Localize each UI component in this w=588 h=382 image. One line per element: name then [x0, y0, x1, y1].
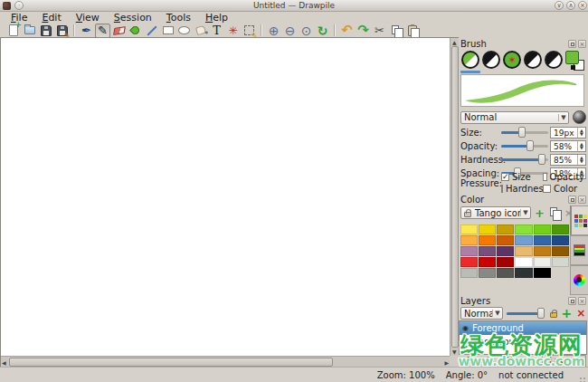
hardness-spinbox[interactable]: 85%▲▼: [550, 154, 586, 166]
slider-thumb[interactable]: [526, 140, 534, 151]
ellipse-tool-button[interactable]: [176, 24, 192, 38]
pressure-hardness-checkbox[interactable]: Hardness: [501, 183, 543, 195]
opacity-slider[interactable]: [501, 140, 548, 151]
dock-tab-layers[interactable]: Layers: [542, 355, 586, 367]
size-spinbox[interactable]: 19px▲▼: [550, 127, 586, 138]
palette-color-swatch[interactable]: [552, 246, 569, 256]
palette-select[interactable]: Tango icons ▼: [460, 206, 531, 219]
canvas[interactable]: [1, 38, 450, 356]
float-panel-icon[interactable]: [568, 297, 576, 305]
palette-color-swatch[interactable]: [460, 246, 478, 256]
menu-help[interactable]: Help: [198, 12, 235, 24]
scroll-left-icon[interactable]: ◀: [2, 359, 6, 366]
brush-slot-4[interactable]: [524, 51, 542, 69]
horizontal-scroll-thumb[interactable]: [9, 358, 333, 367]
palette-color-swatch[interactable]: [497, 235, 514, 245]
brush-slot-1[interactable]: [461, 51, 479, 69]
spin-down-icon[interactable]: ▼: [580, 132, 583, 136]
palette-color-swatch[interactable]: [460, 257, 478, 267]
spinbox-arrows[interactable]: ▲▼: [577, 141, 585, 151]
slider-thumb[interactable]: [538, 154, 545, 165]
selection-tool-button[interactable]: ✎: [242, 24, 257, 38]
spinbox-arrows[interactable]: ▲▼: [577, 128, 585, 138]
save-as-button[interactable]: ✎: [54, 24, 70, 38]
vertical-scroll-thumb[interactable]: [451, 46, 459, 348]
color-wheel-tab[interactable]: [570, 265, 588, 295]
float-panel-icon[interactable]: [568, 40, 576, 48]
close-button[interactable]: ×: [578, 1, 587, 10]
lock-layer-icon[interactable]: [550, 312, 557, 318]
brush-tool-button[interactable]: ✎: [95, 24, 110, 38]
pressure-color-checkbox[interactable]: Color: [543, 183, 584, 195]
layer-row-background[interactable]: ◉Background: [460, 335, 586, 349]
scroll-up-icon[interactable]: ▲: [452, 39, 457, 45]
new-drawing-button[interactable]: +: [5, 24, 21, 38]
close-panel-icon[interactable]: ×: [578, 40, 586, 48]
palette-color-swatch[interactable]: [497, 257, 514, 267]
cut-button[interactable]: ✂: [372, 24, 387, 38]
incremental-drawing-toggle[interactable]: [573, 110, 586, 124]
menu-tools[interactable]: Tools: [159, 12, 198, 24]
hardness-slider[interactable]: [501, 154, 548, 165]
scroll-down-icon[interactable]: ▼: [452, 349, 457, 355]
vertical-scrollbar[interactable]: ▲ ▼: [450, 38, 459, 356]
copy-button[interactable]: [388, 24, 403, 38]
slider-thumb[interactable]: [518, 127, 526, 138]
palette-color-swatch[interactable]: [479, 246, 496, 256]
maximize-button[interactable]: ∧: [566, 1, 575, 10]
palette-color-swatch[interactable]: [479, 224, 496, 234]
color-sliders-tab[interactable]: [570, 235, 588, 265]
visibility-eye-icon[interactable]: ◉: [462, 324, 469, 332]
palette-color-swatch[interactable]: [515, 246, 532, 256]
duplicate-palette-button[interactable]: [548, 207, 560, 219]
flood-fill-tool-button[interactable]: [193, 24, 208, 38]
palette-color-swatch[interactable]: [479, 268, 496, 278]
add-layer-button[interactable]: +: [562, 308, 573, 320]
visibility-eye-icon[interactable]: ◉: [462, 338, 469, 346]
foreground-background-swatch[interactable]: [565, 51, 584, 71]
save-button[interactable]: [38, 24, 53, 38]
zoom-reset-button[interactable]: ⊙: [299, 24, 314, 38]
menu-edit[interactable]: Edit: [34, 12, 68, 24]
pressure-opacity-checkbox[interactable]: Opacity: [543, 171, 584, 183]
palette-color-swatch[interactable]: [515, 268, 532, 278]
rectangle-tool-button[interactable]: [160, 24, 175, 38]
close-panel-icon[interactable]: ×: [578, 196, 586, 204]
layer-opacity-slider[interactable]: [507, 308, 544, 319]
palette-color-swatch[interactable]: [534, 257, 551, 267]
palette-color-swatch[interactable]: [534, 235, 551, 245]
laser-pointer-tool-button[interactable]: ✳: [225, 24, 241, 38]
palette-grid-tab[interactable]: [570, 205, 588, 235]
brush-slot-3[interactable]: ✶: [503, 51, 521, 69]
palette-color-swatch[interactable]: [552, 257, 569, 267]
palette-color-swatch[interactable]: [515, 235, 532, 245]
zoom-out-button[interactable]: ⊖: [282, 24, 298, 38]
resize-grip[interactable]: [583, 377, 585, 379]
layer-blend-mode-select[interactable]: Normal ▼: [460, 307, 503, 320]
palette-color-swatch[interactable]: [552, 235, 569, 245]
layer-row-foreground[interactable]: ◉Foreground: [460, 321, 586, 335]
palette-color-swatch[interactable]: [460, 268, 478, 278]
add-palette-button[interactable]: +: [534, 207, 545, 219]
scroll-right-icon[interactable]: ▶: [444, 359, 449, 366]
palette-color-swatch[interactable]: [515, 224, 532, 234]
delete-layer-button[interactable]: ×: [575, 308, 586, 320]
brush-slot-2[interactable]: [482, 51, 500, 69]
dock-tab-users[interactable]: Users: [500, 356, 538, 367]
palette-color-swatch[interactable]: [534, 268, 551, 278]
pen-tool-button[interactable]: ✒: [79, 24, 94, 38]
spinbox-arrows[interactable]: ▲▼: [577, 155, 585, 165]
palette-color-swatch[interactable]: [515, 257, 532, 267]
open-file-button[interactable]: [22, 24, 37, 38]
palette-color-swatch[interactable]: [534, 246, 551, 256]
undo-button[interactable]: ↶: [339, 24, 355, 38]
rotate-reset-button[interactable]: ↻: [315, 24, 330, 38]
palette-color-swatch[interactable]: [497, 224, 514, 234]
close-panel-icon[interactable]: ×: [578, 297, 586, 305]
float-panel-icon[interactable]: [568, 196, 576, 204]
minimize-button[interactable]: ∨: [555, 1, 564, 10]
size-slider[interactable]: [501, 127, 548, 138]
menu-view[interactable]: View: [69, 12, 107, 24]
color-picker-tool-button[interactable]: [128, 24, 143, 38]
brush-blend-mode-select[interactable]: Normal ▼: [460, 111, 569, 124]
